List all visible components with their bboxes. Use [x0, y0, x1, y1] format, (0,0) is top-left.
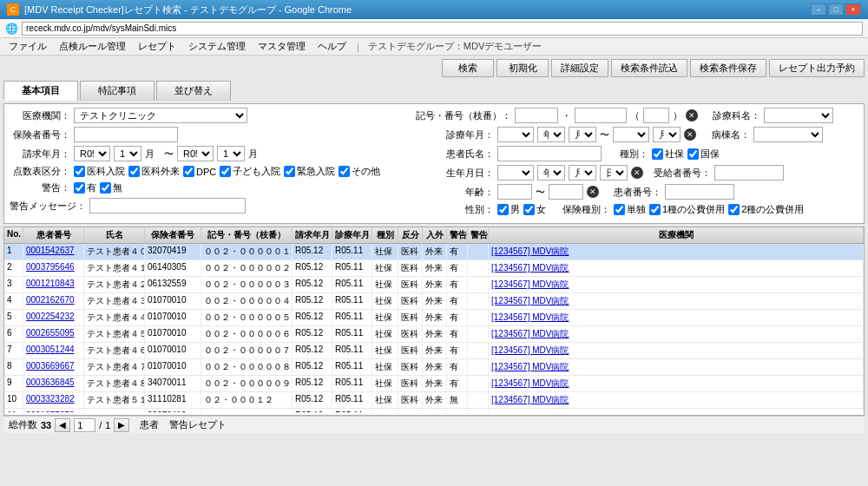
check-one-public[interactable]: 1種の公費併用 — [649, 203, 725, 216]
type-label: 種別： — [614, 148, 648, 161]
dept-label: 診療科名： — [708, 109, 760, 122]
birth-year[interactable]: 年 — [537, 165, 565, 181]
search-button[interactable]: 検索 — [442, 59, 494, 77]
age-clear-button[interactable]: ✕ — [587, 186, 599, 198]
check-single[interactable]: 単独 — [614, 203, 646, 216]
table-row[interactable]: 80003669667テスト患者４７01070010００２・０００００８R05.… — [4, 359, 864, 376]
save-condition-button[interactable]: 検索条件保存 — [690, 59, 766, 77]
detail-button[interactable]: 詳細設定 — [551, 59, 608, 77]
ward-label: 病棟名： — [707, 128, 750, 141]
window-controls: − □ × — [811, 3, 861, 16]
check-med-in[interactable]: 医科入院 — [74, 165, 125, 178]
check-warn-no[interactable]: 無 — [100, 181, 122, 194]
col-patient-id: 患者番号 — [23, 227, 84, 243]
page-next[interactable]: ▶ — [114, 418, 129, 432]
age-to-input[interactable] — [549, 184, 583, 200]
diag-from-month[interactable]: 月 — [569, 127, 596, 142]
age-from-input[interactable] — [497, 184, 532, 200]
check-shakai[interactable]: 社保 — [652, 148, 684, 161]
close-button[interactable]: × — [845, 3, 861, 16]
menu-help[interactable]: ヘルプ — [312, 39, 352, 54]
diag-to-year[interactable]: 月 — [653, 127, 681, 142]
table-row[interactable]: 50002254232テスト患者４４01070010００２・０００００５R05.… — [4, 310, 864, 326]
tab-sort[interactable]: 並び替え — [156, 81, 231, 101]
table-row[interactable]: 110001277273テスト患者５２32070419０２・０００１３R05.1… — [4, 409, 864, 412]
dept-select[interactable] — [764, 108, 833, 123]
form-panel: 医療機関： テストクリニック 保険者番号： 請求年月： R05 12 月 〜 R… — [3, 103, 865, 224]
check-two-public[interactable]: 2種の公費併用 — [728, 203, 804, 216]
check-warn-yes[interactable]: 有 — [74, 181, 96, 194]
birth-month[interactable]: 月 — [569, 165, 596, 181]
record-num2[interactable] — [575, 108, 627, 123]
total-count: 33 — [41, 420, 51, 430]
warn-msg-input[interactable] — [89, 198, 246, 213]
window-title: [MDV Receipt Checker]レセプト検索 - テストデモグループ … — [24, 3, 352, 16]
minimize-button[interactable]: − — [811, 3, 826, 16]
diag-from-year[interactable]: 年 — [537, 127, 565, 142]
menu-separator: | — [357, 42, 359, 52]
claim-from-year[interactable]: R05 — [74, 146, 110, 161]
diag-clear-button[interactable]: ✕ — [684, 128, 696, 141]
table-row[interactable]: 90003636845テスト患者４８34070011００２・０００００９R05.… — [4, 376, 864, 392]
alert-type: 警告レセプト — [169, 418, 227, 431]
col-claim-month: 請求年月 — [293, 227, 332, 243]
birth-era[interactable] — [497, 165, 534, 181]
claim-from-month[interactable]: 12 — [114, 146, 141, 161]
dispense-label: 点数表区分： — [10, 165, 70, 178]
insurance-id-input[interactable] — [74, 127, 178, 142]
birth-day[interactable]: 日 — [600, 165, 628, 181]
patient-name-input[interactable] — [497, 146, 602, 161]
col-alert: 警告 — [468, 227, 489, 243]
check-child[interactable]: 子ども入院 — [220, 165, 280, 178]
accept-num-label: 受給者番号： — [654, 167, 711, 180]
title-bar: C [MDV Receipt Checker]レセプト検索 - テストデモグルー… — [0, 0, 868, 19]
address-input[interactable] — [22, 22, 863, 36]
app-icon: C — [7, 3, 19, 16]
output-button[interactable]: レセプト出力予約 — [769, 59, 865, 77]
page-prev[interactable]: ◀ — [55, 418, 70, 432]
table-row[interactable]: 10001542637テスト患者４０32070419００２・０００００１R05.… — [4, 244, 864, 260]
diag-from-era[interactable] — [497, 127, 534, 142]
patient-num-label: 患者番号： — [609, 186, 661, 199]
table-row[interactable]: 20003795646テスト患者４１06140305００２・０００００２R05.… — [4, 260, 864, 277]
table-row[interactable]: 60002655095テスト患者４５01070010００２・０００００６R05.… — [4, 326, 864, 343]
claim-to-month[interactable]: 12 — [217, 146, 245, 161]
check-emergency[interactable]: 緊急入院 — [284, 165, 335, 178]
check-female[interactable]: 女 — [523, 203, 546, 216]
birth-clear-button[interactable]: ✕ — [631, 167, 643, 179]
col-no: No. — [4, 227, 23, 243]
record-branch[interactable] — [643, 108, 669, 123]
maximize-button[interactable]: □ — [828, 3, 844, 16]
clinic-select[interactable]: テストクリニック — [74, 108, 247, 123]
table-row[interactable]: 30001210843テスト患者４２06132559００２・０００００３R05.… — [4, 277, 864, 293]
page-input[interactable] — [74, 418, 95, 432]
tab-basic[interactable]: 基本項目 — [3, 81, 78, 101]
init-button[interactable]: 初期化 — [496, 59, 549, 77]
table-row[interactable]: 100003323282テスト患者５１31110281０２・０００１２R05.1… — [4, 392, 864, 409]
menu-system[interactable]: システム管理 — [183, 39, 251, 54]
diag-to-era[interactable] — [613, 127, 649, 142]
claim-to-year[interactable]: R05 — [177, 146, 214, 161]
record-clear-button[interactable]: ✕ — [686, 109, 698, 122]
col-inout: 入外 — [423, 227, 447, 243]
ward-select[interactable] — [753, 127, 823, 142]
check-male[interactable]: 男 — [497, 203, 520, 216]
tab-special[interactable]: 特記事項 — [80, 81, 155, 101]
menu-master[interactable]: マスタ管理 — [253, 39, 311, 54]
load-condition-button[interactable]: 検索条件読込 — [611, 59, 687, 77]
check-other[interactable]: その他 — [339, 165, 380, 178]
table-row[interactable]: 70003051244テスト患者４６01070010００２・０００００７R05.… — [4, 343, 864, 359]
menu-receipt[interactable]: レセプト — [133, 39, 181, 54]
accept-num-input[interactable] — [714, 165, 784, 181]
diag-month-label: 診療年月： — [416, 128, 494, 141]
col-resp: 反分 — [398, 227, 423, 243]
menu-rules[interactable]: 点検ルール管理 — [54, 39, 131, 54]
check-med-out[interactable]: 医科外来 — [128, 165, 180, 178]
patient-num-input[interactable] — [665, 184, 734, 200]
check-dpc[interactable]: DPC — [183, 166, 216, 177]
table-row[interactable]: 40002162670テスト患者４３01070010００２・０００００４R05.… — [4, 293, 864, 310]
record-num1[interactable] — [515, 108, 558, 123]
data-grid: No. 患者番号 氏名 保険者番号 記号・番号（枝番） 請求年月 診療年月 種別… — [3, 227, 865, 416]
check-kokuho[interactable]: 国保 — [687, 148, 720, 161]
menu-file[interactable]: ファイル — [3, 39, 52, 54]
